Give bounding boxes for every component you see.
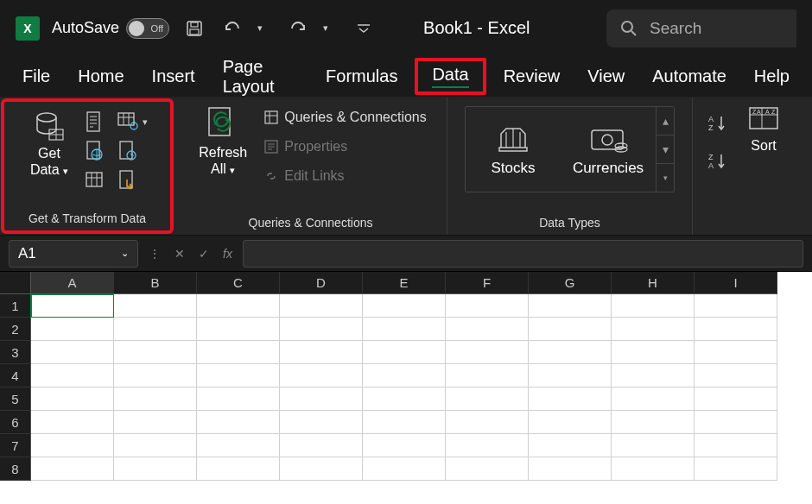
row-header[interactable]: 6 <box>0 411 31 434</box>
column-header[interactable]: F <box>446 272 529 294</box>
cell[interactable] <box>197 434 280 457</box>
cell[interactable] <box>529 364 612 387</box>
cell[interactable] <box>280 434 363 457</box>
cell[interactable] <box>612 364 695 387</box>
row-header[interactable]: 8 <box>0 457 31 481</box>
cell[interactable] <box>280 364 363 387</box>
cell[interactable] <box>612 434 695 457</box>
row-header[interactable]: 1 <box>0 294 31 318</box>
search-input[interactable]: Search <box>606 9 796 47</box>
cell[interactable] <box>280 294 363 318</box>
cancel-formula-button[interactable]: ✕ <box>171 247 188 261</box>
cell[interactable] <box>114 364 197 387</box>
undo-dropdown[interactable]: ▾ <box>247 16 273 41</box>
cell[interactable] <box>114 457 197 481</box>
cell[interactable] <box>280 457 363 481</box>
tab-home[interactable]: Home <box>64 56 137 97</box>
cell[interactable] <box>529 434 612 457</box>
cell[interactable] <box>363 294 446 318</box>
cell[interactable] <box>446 457 529 481</box>
refresh-all-button[interactable]: Refresh All ▾ <box>191 103 255 177</box>
cell[interactable] <box>529 457 612 481</box>
cell[interactable] <box>695 364 777 387</box>
row-header[interactable]: 3 <box>0 341 31 364</box>
tab-page-layout[interactable]: Page Layout <box>209 56 312 97</box>
cell[interactable] <box>280 318 363 341</box>
existing-connections-button[interactable] <box>113 166 143 195</box>
cell[interactable] <box>695 294 777 318</box>
cell[interactable] <box>280 411 363 434</box>
cell[interactable] <box>114 318 197 341</box>
cell[interactable] <box>114 387 197 411</box>
insert-function-button[interactable]: fx <box>219 247 236 261</box>
sort-button[interactable]: Z A A Z Sort <box>739 103 788 154</box>
tab-automate[interactable]: Automate <box>638 56 740 97</box>
cell[interactable] <box>529 411 612 434</box>
tab-file[interactable]: File <box>9 56 64 97</box>
from-table-range-button[interactable]: ▾ <box>113 107 151 136</box>
row-header[interactable]: 5 <box>0 387 31 411</box>
cell[interactable] <box>612 294 695 318</box>
cell[interactable] <box>197 457 280 481</box>
cell[interactable] <box>529 341 612 364</box>
column-header[interactable]: E <box>363 272 446 294</box>
column-header[interactable]: A <box>31 272 114 294</box>
cell[interactable] <box>197 411 280 434</box>
tab-view[interactable]: View <box>574 56 638 97</box>
properties-button[interactable]: Properties <box>260 132 430 161</box>
cell[interactable] <box>114 434 197 457</box>
save-button[interactable] <box>181 16 207 41</box>
tab-insert[interactable]: Insert <box>138 56 209 97</box>
tab-formulas[interactable]: Formulas <box>312 56 411 97</box>
cell[interactable] <box>695 387 777 411</box>
cell[interactable] <box>31 387 114 411</box>
cell[interactable] <box>695 457 777 481</box>
cell[interactable] <box>612 318 695 341</box>
cell[interactable] <box>612 457 695 481</box>
cell[interactable] <box>612 411 695 434</box>
sort-asc-button[interactable]: AZ <box>703 108 733 137</box>
column-header[interactable]: G <box>529 272 612 294</box>
gallery-up-button[interactable]: ▴ <box>657 107 674 135</box>
cell[interactable] <box>114 341 197 364</box>
cell[interactable] <box>612 387 695 411</box>
cell[interactable] <box>363 364 446 387</box>
data-type-currencies[interactable]: Currencies <box>561 107 656 192</box>
column-header[interactable]: I <box>695 272 777 294</box>
gallery-expand-button[interactable]: ▾ <box>657 164 674 192</box>
cell[interactable] <box>114 411 197 434</box>
cell[interactable] <box>529 387 612 411</box>
gallery-down-button[interactable]: ▾ <box>657 135 674 164</box>
cell[interactable] <box>446 318 529 341</box>
tab-data[interactable]: Data <box>415 58 485 95</box>
column-header[interactable]: H <box>612 272 695 294</box>
cell[interactable] <box>695 318 777 341</box>
cell[interactable] <box>695 341 777 364</box>
cell[interactable] <box>446 434 529 457</box>
recent-sources-button[interactable] <box>113 136 143 166</box>
redo-dropdown[interactable]: ▾ <box>313 16 339 41</box>
cells[interactable] <box>31 294 812 481</box>
cell[interactable] <box>446 364 529 387</box>
cell[interactable] <box>529 318 612 341</box>
cell[interactable] <box>197 364 280 387</box>
column-header[interactable]: C <box>197 272 280 294</box>
row-header[interactable]: 4 <box>0 364 31 387</box>
from-web-button[interactable] <box>80 136 110 166</box>
cell[interactable] <box>197 294 280 318</box>
cell[interactable] <box>363 434 446 457</box>
undo-button[interactable] <box>219 16 245 41</box>
from-text-csv-button[interactable] <box>80 107 110 136</box>
redo-button[interactable] <box>285 16 311 41</box>
cell[interactable] <box>612 341 695 364</box>
cell[interactable] <box>529 294 612 318</box>
sort-desc-button[interactable]: ZA <box>703 146 733 175</box>
tab-review[interactable]: Review <box>490 56 574 97</box>
cell[interactable] <box>446 387 529 411</box>
cell[interactable] <box>31 434 114 457</box>
data-type-stocks[interactable]: Stocks <box>466 107 561 192</box>
cell[interactable] <box>31 341 114 364</box>
cell[interactable] <box>31 411 114 434</box>
cell[interactable] <box>31 318 114 341</box>
cell[interactable] <box>695 434 777 457</box>
